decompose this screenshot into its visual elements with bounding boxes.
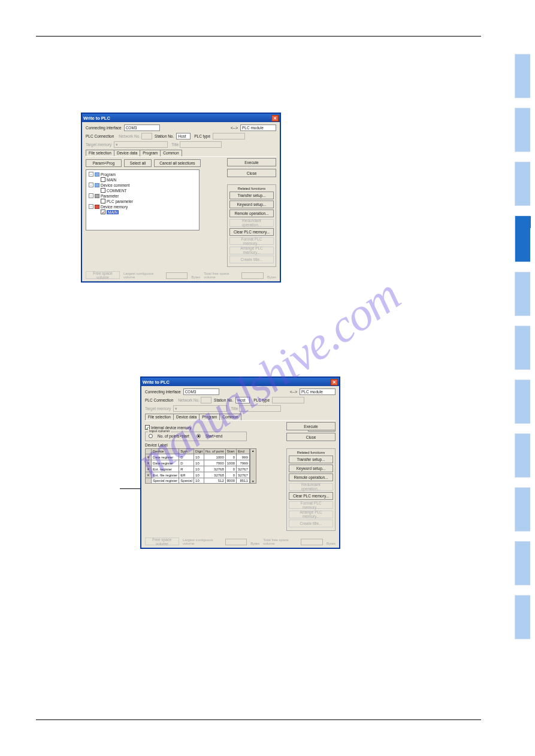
target-memory-label: Target memory <box>145 406 171 411</box>
side-tab-2[interactable] <box>515 108 530 152</box>
station-host-value: Host <box>235 397 250 403</box>
side-tab-6[interactable] <box>515 326 530 370</box>
side-tab-10[interactable] <box>515 541 530 585</box>
cancel-all-button[interactable]: Cancel all selections <box>154 159 201 167</box>
clear-plc-memory-button[interactable]: Clear PLC memory... <box>229 228 274 236</box>
cell-points: 32768 <box>204 466 226 472</box>
input-column-fieldset: Input column No. of points+start Start+e… <box>145 432 247 441</box>
connecting-interface-label: Connecting interface <box>86 126 122 130</box>
dialog2-titlebar[interactable]: Write to PLC ✕ <box>141 378 339 386</box>
checkbox-comment[interactable] <box>101 188 105 193</box>
arrange-plc-memory-button: Arrange PLC memory... <box>289 511 333 518</box>
cell-end: 999 <box>237 454 250 460</box>
tab-device-data[interactable]: Device data <box>114 150 140 156</box>
transfer-setup-button[interactable]: Transfer setup... <box>229 192 274 199</box>
file-tree[interactable]: - Program MAIN - Device comment COMMENT … <box>86 169 200 230</box>
expander-icon[interactable]: - <box>89 204 93 209</box>
tab-file-selection[interactable]: File selection <box>86 150 114 156</box>
station-no-label: Station No. <box>214 398 233 402</box>
side-tab-8[interactable] <box>515 433 530 478</box>
checkbox-main-devmem[interactable]: ✔ <box>101 210 105 214</box>
keyword-setup-button[interactable]: Keyword setup... <box>289 464 333 472</box>
tab-file-selection[interactable]: File selection <box>145 414 174 420</box>
row-x-icon[interactable]: ✕ <box>146 460 152 466</box>
scroll-down-icon[interactable]: ▼ <box>252 479 255 483</box>
side-tab-1[interactable] <box>515 54 530 98</box>
expander-icon[interactable]: - <box>89 183 93 187</box>
cell-digit: 10 <box>194 478 204 484</box>
tab-device-data[interactable]: Device data <box>173 414 200 420</box>
tab-program[interactable]: Program <box>199 414 220 420</box>
radio-points-start[interactable] <box>149 434 153 438</box>
side-tab-5[interactable] <box>515 272 530 316</box>
select-all-button[interactable]: Select all <box>124 159 152 167</box>
close-icon[interactable]: ✕ <box>271 115 279 122</box>
expander-icon[interactable]: - <box>89 172 93 177</box>
plc-type-label: PLC type <box>253 398 270 402</box>
clear-plc-memory-button[interactable]: Clear PLC memory... <box>289 492 333 500</box>
dialog2-title: Write to PLC <box>143 379 170 385</box>
cell-sym: Special <box>179 478 194 484</box>
table-row: ✕ Ext. file register ER 10 32768 0 32767 <box>146 472 250 478</box>
th-start: Start <box>225 449 236 454</box>
execute-button[interactable]: Execute <box>227 158 276 166</box>
folder-icon <box>95 172 99 177</box>
row-x-icon[interactable]: ✕ <box>146 454 152 460</box>
tab-common[interactable]: Common <box>219 414 241 420</box>
side-tab-4[interactable] <box>515 215 530 262</box>
table-row: ✕ Data register D 10 7000 1000 7999 <box>146 460 250 466</box>
side-tab-7[interactable] <box>515 379 530 424</box>
side-tab-3[interactable] <box>515 162 530 206</box>
page-header-divider <box>36 36 481 37</box>
row-x-icon[interactable]: ✕ <box>146 466 152 472</box>
dialog2-tabs: File selection Device data Program Commo… <box>145 414 335 421</box>
keyword-setup-button[interactable]: Keyword setup... <box>229 201 274 208</box>
tree-plc-parameter: PLC parameter <box>107 199 133 204</box>
transfer-setup-button[interactable]: Transfer setup... <box>289 456 333 463</box>
cell-device: Ext. file register <box>152 472 179 478</box>
checkbox-plc-parameter[interactable] <box>101 199 105 204</box>
cell-start: 1000 <box>225 460 236 466</box>
radio-start-end[interactable] <box>197 434 201 438</box>
tab-common[interactable]: Common <box>160 150 182 156</box>
close-icon[interactable]: ✕ <box>331 379 338 385</box>
expander-icon[interactable]: - <box>89 193 93 198</box>
scroll-up-icon[interactable]: ▲ <box>252 449 255 453</box>
format-plc-memory-button: Format PLC memory... <box>229 237 274 245</box>
close-button[interactable]: Close <box>227 169 276 177</box>
plc-module-value: PLC module <box>300 388 335 395</box>
create-title-button: Create title... <box>229 256 274 263</box>
dialog1-titlebar[interactable]: Write to PLC ✕ <box>82 114 280 122</box>
execute-button[interactable]: Execute <box>286 422 335 430</box>
side-tab-9[interactable] <box>515 487 530 532</box>
remote-operation-button[interactable]: Remote operation... <box>289 473 333 481</box>
dialog1-title: Write to PLC <box>83 116 110 121</box>
total-free-space-label: Total free space volume <box>204 272 238 279</box>
station-host-value: Host <box>176 133 191 139</box>
row-x-icon[interactable]: ✕ <box>146 472 152 478</box>
checkbox-main[interactable] <box>101 177 105 182</box>
row-x-icon[interactable] <box>146 478 152 484</box>
tab-program[interactable]: Program <box>140 150 161 156</box>
cell-device: Ext. register <box>152 466 179 472</box>
device-table[interactable]: Device Sym. Digit No. of point Start End… <box>145 448 250 484</box>
largest-contiguous-field <box>166 272 188 279</box>
tree-comment: COMMENT <box>107 189 127 193</box>
title-label: Title <box>231 406 238 411</box>
cell-start: 0 <box>225 472 236 478</box>
side-tab-11[interactable] <box>515 595 530 639</box>
interface-arrows: <--> <box>290 390 297 394</box>
table-row: ✕ Ext. register R 10 32768 0 32767 <box>146 466 250 472</box>
tree-main-selected[interactable]: MAIN <box>107 210 119 214</box>
close-button[interactable]: Close <box>286 433 335 441</box>
create-title-button: Create title... <box>289 520 333 527</box>
param-prog-button[interactable]: Param+Prog <box>86 159 122 167</box>
cell-sym: D <box>179 454 194 460</box>
related-functions-title: Related functions <box>229 187 274 190</box>
remote-operation-button[interactable]: Remote operation... <box>229 210 274 217</box>
target-memory-row: Target memory ▾ Title <box>145 405 335 412</box>
largest-contiguous-label: Largest contiguous volume <box>183 538 222 545</box>
write-to-plc-dialog-1: Write to PLC ✕ Connecting interface COM3… <box>81 113 281 283</box>
table-scrollbar[interactable]: ▲ ▼ <box>250 448 256 484</box>
network-no-field <box>141 133 152 139</box>
